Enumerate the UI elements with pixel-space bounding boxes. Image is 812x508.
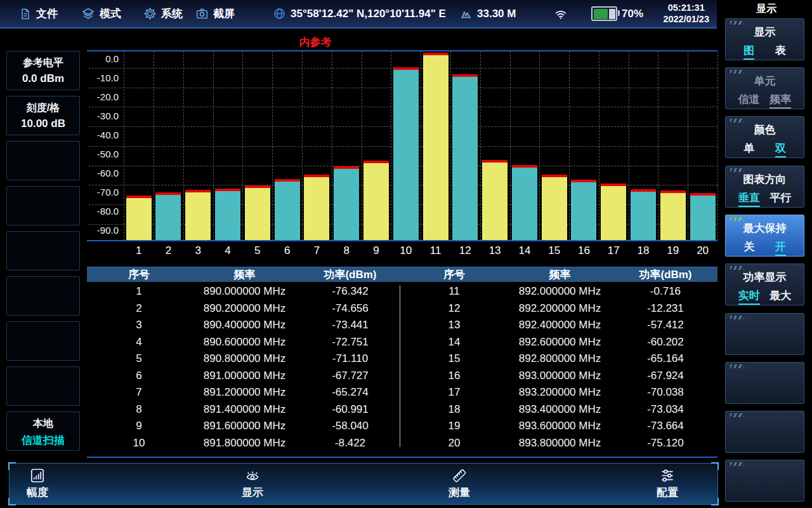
toolbar-幅度[interactable]: 幅度	[27, 467, 48, 500]
softkey-title: 最大保持	[726, 221, 804, 236]
table-bottom-border	[87, 457, 717, 458]
option-垂直[interactable]: 垂直	[738, 190, 760, 207]
channel-frequency: 892.800000 MHz	[506, 351, 613, 368]
config-icon	[657, 467, 678, 484]
max-hold-cap	[155, 192, 181, 195]
channel-frequency: 890.600000 MHz	[191, 334, 298, 351]
channel-power: -60.991	[298, 401, 402, 418]
corner-stripes-icon	[730, 70, 744, 74]
softkey-value: 0.0 dBm	[7, 72, 79, 85]
corner-stripes-icon	[730, 413, 744, 417]
chart-title: 内参考	[277, 35, 353, 50]
max-hold-cap	[185, 190, 211, 192]
channel-power: -0.716	[613, 283, 717, 300]
channel-index: 18	[402, 401, 506, 418]
toolbar-corner-bracket	[8, 498, 16, 505]
max-hold-cap	[660, 190, 686, 193]
channel-index: 14	[402, 334, 506, 351]
channel-index: 17	[402, 384, 506, 401]
top-status-bar: 文件模式系统截屏 35°58'12.42" N,120°10'11.94" E …	[0, 0, 717, 29]
channel-frequency: 893.000000 MHz	[506, 368, 613, 385]
softkey-empty	[725, 362, 804, 404]
channel-bar	[571, 180, 596, 240]
x-axis-tick: 10	[391, 244, 421, 257]
x-axis-tick: 17	[599, 244, 629, 257]
channel-frequency: 892.200000 MHz	[506, 300, 613, 318]
battery-icon	[591, 6, 617, 21]
softkey-颜色[interactable]: 颜色单双	[725, 116, 804, 158]
option-单[interactable]: 单	[743, 141, 754, 157]
channel-bar	[363, 161, 389, 240]
y-axis-tick: -20.0	[88, 91, 119, 103]
channel-index: 11	[402, 283, 506, 300]
option-关[interactable]: 关	[743, 239, 754, 256]
option-频率[interactable]: 频率	[769, 92, 791, 109]
channel-index: 15	[402, 351, 506, 368]
softkey-最大保持[interactable]: 最大保持关开	[725, 215, 804, 257]
softkey-功率显示[interactable]: 功率显示实时最大	[725, 264, 804, 305]
softkey-单元[interactable]: 单元信道频率	[725, 67, 804, 109]
option-实时[interactable]: 实时	[738, 288, 760, 305]
channel-index: 4	[87, 334, 191, 351]
channel-bar	[452, 74, 478, 240]
softkey-value: 信道扫描	[7, 433, 79, 448]
max-hold-cap	[542, 175, 567, 177]
channel-power: -74.656	[298, 300, 402, 318]
y-axis-tick: -90.0	[88, 225, 119, 236]
layers-icon	[81, 7, 95, 21]
max-hold-cap	[631, 189, 656, 192]
softkey-显示[interactable]: 显示图表	[725, 18, 804, 60]
toolbar-测量[interactable]: 测量	[449, 467, 470, 500]
channel-frequency: 890.200000 MHz	[191, 300, 298, 318]
softkey-scan-mode[interactable]: 本地信道扫描	[6, 411, 80, 451]
x-axis-tick: 13	[480, 244, 510, 257]
channel-bar	[304, 175, 329, 240]
channel-bar	[660, 190, 686, 240]
option-最大[interactable]: 最大	[769, 288, 791, 305]
channel-index: 12	[402, 300, 506, 318]
menu-layers[interactable]: 模式	[81, 0, 121, 27]
option-表[interactable]: 表	[775, 43, 786, 60]
toolbar-label: 测量	[449, 485, 470, 500]
channel-power: -73.441	[298, 317, 402, 334]
table-row: 1890.000000 MHz-76.34211892.000000 MHz-0…	[87, 283, 717, 300]
max-hold-cap	[334, 166, 359, 169]
menu-label: 系统	[161, 6, 183, 21]
menu-screenshot[interactable]: 截屏	[195, 0, 235, 27]
y-axis-tick: -60.0	[88, 168, 119, 179]
gps-coordinates: 35°58'12.42" N,120°10'11.94" E	[291, 8, 446, 20]
toolbar-配置[interactable]: 配置	[657, 467, 678, 500]
x-axis-tick: 16	[569, 244, 599, 257]
option-平行[interactable]: 平行	[769, 190, 791, 207]
channel-power: -58.040	[298, 418, 402, 435]
softkey-图表方向[interactable]: 图表方向垂直平行	[725, 166, 804, 208]
option-图[interactable]: 图	[743, 43, 754, 60]
x-axis-tick: 9	[362, 244, 391, 257]
table-row: 5890.800000 MHz-71.11015892.800000 MHz-6…	[87, 351, 717, 368]
wifi-status	[553, 0, 568, 27]
option-开[interactable]: 开	[775, 239, 786, 256]
menu-gear[interactable]: 系统	[143, 0, 183, 27]
corner-stripes-icon	[730, 168, 744, 172]
date-value: 2022/01/23	[663, 13, 709, 25]
y-axis-tick: -40.0	[88, 130, 119, 141]
channel-index: 1	[87, 283, 191, 300]
max-hold-cap	[423, 53, 449, 55]
softkey-empty	[725, 460, 804, 502]
option-双[interactable]: 双	[775, 141, 786, 157]
option-信道[interactable]: 信道	[738, 92, 760, 109]
softkey-left-0[interactable]: 参考电平0.0 dBm	[6, 51, 80, 90]
softkey-options: 图表	[726, 43, 804, 60]
softkey-empty	[6, 276, 80, 316]
softkey-empty	[6, 231, 80, 271]
menu-file[interactable]: 文件	[19, 0, 58, 27]
channel-frequency: 893.800000 MHz	[506, 435, 613, 452]
channel-power: -73.034	[613, 401, 717, 418]
channel-bar	[690, 193, 716, 240]
toolbar-显示[interactable]: 显示	[242, 467, 263, 500]
softkey-options: 关开	[726, 239, 804, 256]
channel-bar	[482, 160, 508, 240]
softkey-title: 显示	[726, 25, 804, 39]
channel-bar	[245, 185, 270, 240]
softkey-left-1[interactable]: 刻度/格10.00 dB	[6, 96, 80, 135]
